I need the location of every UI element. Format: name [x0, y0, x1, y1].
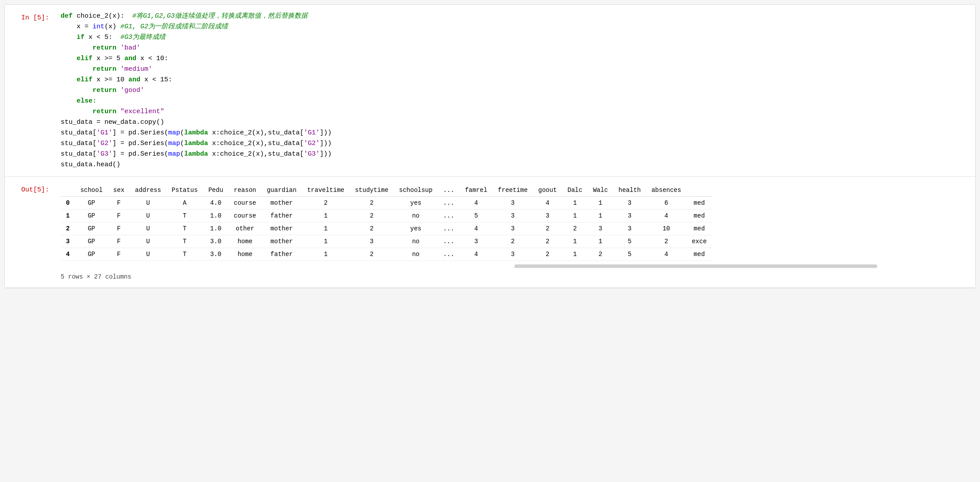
notebook-container: In [5]: def choice_2(x): #将G1,G2,G3做连续值处… — [4, 4, 976, 288]
table-cell: 3 — [493, 248, 533, 261]
table-cell: A — [166, 197, 203, 210]
table-cell: 1 — [562, 210, 588, 222]
table-cell: 4 — [646, 248, 687, 261]
table-header: Pstatus — [166, 184, 203, 197]
table-cell: med — [687, 222, 712, 235]
table-cell: 1 — [588, 197, 613, 210]
table-cell: 0 — [61, 197, 75, 210]
code-area[interactable]: def choice_2(x): #将G1,G2,G3做连续值处理，转换成离散值… — [54, 5, 975, 176]
scrollbar-hint[interactable] — [514, 264, 877, 268]
table-cell: 2 — [493, 235, 533, 248]
table-header: studytime — [350, 184, 394, 197]
table-header: ... — [438, 184, 459, 197]
table-cell: father — [262, 248, 302, 261]
table-cell: F — [108, 197, 130, 210]
table-cell: 2 — [350, 197, 394, 210]
table-cell: 1 — [588, 210, 613, 222]
table-cell: 1.0 — [203, 222, 229, 235]
table-cell: 3 — [61, 235, 75, 248]
output-table: schoolsexaddressPstatusPedureasonguardia… — [61, 184, 712, 261]
table-cell: 3 — [613, 210, 646, 222]
table-header: Walc — [588, 184, 613, 197]
table-cell: 4 — [646, 210, 687, 222]
table-cell: med — [687, 197, 712, 210]
table-cell: 3 — [613, 222, 646, 235]
table-header: freetime — [493, 184, 533, 197]
table-cell: U — [130, 235, 166, 248]
table-cell: T — [166, 222, 203, 235]
table-cell: F — [108, 222, 130, 235]
code-line: return 'good' — [61, 85, 968, 96]
code-line: x = int(x) #G1, G2为一阶段成绩和二阶段成绩 — [61, 22, 968, 32]
table-cell: GP — [75, 197, 108, 210]
code-line: elif x >= 5 and x < 10: — [61, 54, 968, 64]
table-cell: 2 — [533, 248, 562, 261]
output-area: schoolsexaddressPstatusPedureasonguardia… — [54, 177, 975, 287]
table-cell: 4 — [459, 222, 492, 235]
table-cell: 3 — [493, 210, 533, 222]
code-line: return 'medium' — [61, 64, 968, 75]
table-cell: U — [130, 210, 166, 222]
table-cell: 1 — [562, 235, 588, 248]
table-cell: home — [228, 235, 261, 248]
code-line: return 'bad' — [61, 43, 968, 54]
table-header: Dalc — [562, 184, 588, 197]
table-cell: 1.0 — [203, 210, 229, 222]
table-cell: 5 — [459, 210, 492, 222]
table-cell: F — [108, 248, 130, 261]
table-cell: 1 — [302, 222, 350, 235]
table-cell: 2 — [646, 235, 687, 248]
input-cell-label: In [5]: — [5, 5, 54, 176]
code-line: stu_data['G2'] = pd.Series(map(lambda x:… — [61, 138, 968, 149]
code-line: stu_data.head() — [61, 160, 968, 170]
code-line: stu_data['G1'] = pd.Series(map(lambda x:… — [61, 128, 968, 138]
table-header: address — [130, 184, 166, 197]
table-cell: 3.0 — [203, 235, 229, 248]
table-cell: mother — [262, 222, 302, 235]
code-line: else: — [61, 96, 968, 107]
table-row: 2GPFUT1.0othermother12yes...43223310med — [61, 222, 712, 235]
table-cell: 3 — [459, 235, 492, 248]
table-cell: 5 — [613, 248, 646, 261]
table-cell: 1 — [302, 210, 350, 222]
table-header: health — [613, 184, 646, 197]
code-line: stu_data['G3'] = pd.Series(map(lambda x:… — [61, 149, 968, 160]
table-cell: 2 — [350, 248, 394, 261]
table-header — [61, 184, 75, 197]
table-cell: 2 — [588, 248, 613, 261]
table-cell: 4.0 — [203, 197, 229, 210]
table-row: 4GPFUT3.0homefather12no...4321254med — [61, 248, 712, 261]
code-line: return "excellent" — [61, 107, 968, 117]
table-header: reason — [228, 184, 261, 197]
table-cell: 3.0 — [203, 248, 229, 261]
output-cell-label: Out[5]: — [5, 177, 54, 287]
table-cell: med — [687, 248, 712, 261]
rows-info: 5 rows × 27 columns — [61, 273, 968, 280]
table-cell: 4 — [459, 248, 492, 261]
table-cell: GP — [75, 235, 108, 248]
table-cell: no — [394, 248, 438, 261]
table-cell: 10 — [646, 222, 687, 235]
table-cell: T — [166, 210, 203, 222]
table-header: absences — [646, 184, 687, 197]
table-cell: F — [108, 210, 130, 222]
table-cell: ... — [438, 248, 459, 261]
table-header: sex — [108, 184, 130, 197]
table-cell: 3 — [588, 222, 613, 235]
table-cell: 4 — [61, 248, 75, 261]
table-row: 0GPFUA4.0coursemother22yes...4341136med — [61, 197, 712, 210]
table-cell: 1 — [302, 248, 350, 261]
table-header — [687, 184, 712, 197]
table-cell: no — [394, 210, 438, 222]
table-cell: 6 — [646, 197, 687, 210]
table-cell: course — [228, 197, 261, 210]
code-line: elif x >= 10 and x < 15: — [61, 75, 968, 85]
table-cell: F — [108, 235, 130, 248]
table-cell: 3 — [493, 197, 533, 210]
table-cell: 2 — [350, 210, 394, 222]
table-cell: 3 — [493, 222, 533, 235]
table-header: traveltime — [302, 184, 350, 197]
table-cell: 1 — [61, 210, 75, 222]
code-line: stu_data = new_data.copy() — [61, 117, 968, 128]
table-cell: yes — [394, 222, 438, 235]
